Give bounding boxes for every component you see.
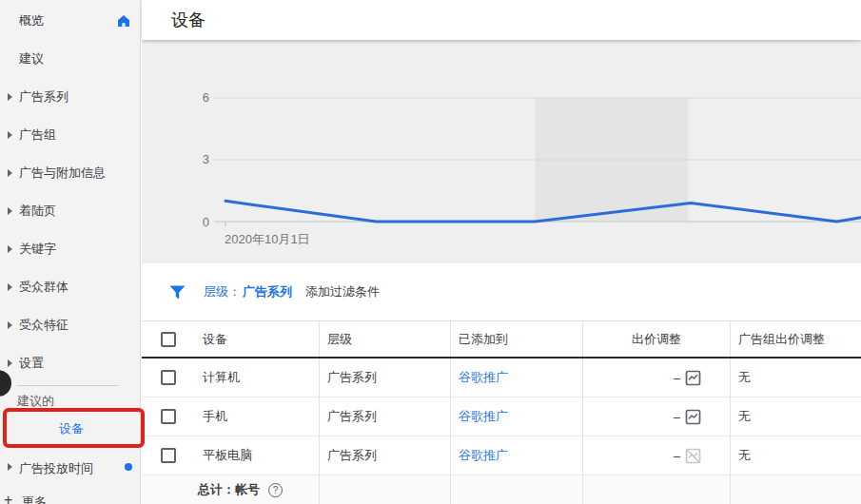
svg-text:6: 6: [203, 90, 209, 105]
sidebar-item-label: 广告投放时间: [19, 460, 93, 477]
svg-text:0: 0: [203, 215, 209, 229]
sidebar-item-ad-schedule[interactable]: 广告投放时间: [0, 448, 141, 486]
device-name: 平板电脑: [203, 447, 252, 464]
adgroup-bid-adjustment-value: 无: [738, 369, 751, 386]
svg-text:2020年10月1日: 2020年10月1日: [225, 232, 310, 246]
page-header: 设备: [142, 0, 861, 40]
sidebar-item-overview[interactable]: 概览: [0, 2, 140, 40]
added-to-link[interactable]: 谷歌推广: [459, 408, 508, 425]
filter-bar: 层级： 广告系列 添加过滤条件: [142, 263, 861, 320]
column-header-device[interactable]: 设备: [203, 331, 227, 348]
sidebar-item-settings[interactable]: 设置: [0, 344, 140, 382]
home-icon[interactable]: [117, 14, 130, 28]
table-row-tablet[interactable]: 平板电脑 广告系列 谷歌推广 – 无: [142, 436, 861, 475]
filter-level-label[interactable]: 层级：: [204, 283, 241, 300]
help-icon[interactable]: ?: [268, 483, 283, 497]
expand-arrow-icon[interactable]: [8, 321, 12, 329]
sidebar-item-label: 广告与附加信息: [19, 165, 106, 182]
adgroup-bid-adjustment-value: 无: [738, 408, 751, 425]
sidebar-item-audiences[interactable]: 受众群体: [0, 268, 140, 306]
expand-arrow-icon[interactable]: [8, 245, 12, 253]
sidebar-item-label: 着陆页: [19, 203, 56, 220]
added-to-link[interactable]: 谷歌推广: [459, 369, 508, 386]
sidebar-item-devices-selected[interactable]: 设备: [59, 420, 84, 437]
sidebar-item-more[interactable]: + 更多: [0, 489, 141, 504]
chart-toggle-icon[interactable]: [685, 370, 701, 386]
chart-toggle-disabled-icon[interactable]: [685, 448, 701, 464]
expand-arrow-icon[interactable]: [8, 463, 12, 471]
sidebar-item-campaigns[interactable]: 广告系列: [0, 78, 140, 116]
performance-chart: 0362020年10月1日: [142, 40, 861, 263]
add-filter-button[interactable]: 添加过滤条件: [305, 283, 380, 300]
sidebar-item-label: 受众群体: [19, 279, 68, 296]
bid-adjustment-value: –: [674, 449, 680, 463]
level-value: 广告系列: [327, 369, 377, 386]
sidebar-item-label: 更多: [22, 494, 47, 504]
sidebar-item-recommendations[interactable]: 建议: [0, 40, 140, 78]
column-header-level[interactable]: 层级: [327, 331, 352, 348]
table-row-computers[interactable]: 计算机 广告系列 谷歌推广 – 无: [142, 359, 861, 397]
device-name: 手机: [203, 408, 227, 425]
bid-adjustment-value: –: [674, 410, 680, 424]
svg-text:3: 3: [203, 152, 209, 166]
added-to-link[interactable]: 谷歌推广: [459, 447, 508, 464]
line-chart: 0362020年10月1日: [142, 40, 861, 263]
chart-toggle-icon[interactable]: [685, 409, 701, 425]
table-row-mobile[interactable]: 手机 广告系列 谷歌推广 – 无: [142, 397, 861, 436]
table-header-row: 设备 层级 已添加到 出价调整 广告组出价调整: [142, 320, 861, 359]
bid-adjustment-value: –: [674, 371, 680, 385]
sidebar-item-ad-groups[interactable]: 广告组: [0, 116, 140, 154]
expand-arrow-icon[interactable]: [8, 207, 12, 215]
sidebar-item-keywords[interactable]: 关键字: [0, 230, 140, 268]
sidebar-divider: [17, 385, 119, 386]
expand-arrow-icon[interactable]: [8, 283, 12, 291]
level-value: 广告系列: [327, 408, 377, 425]
filter-level-value[interactable]: 广告系列: [243, 283, 292, 300]
main-content: 设备 0362020年10月1日 层级： 广告系列 添加过滤条件 设备 层级 已…: [142, 0, 861, 504]
total-label: 总计：帐号: [198, 481, 260, 498]
devices-table: 设备 层级 已添加到 出价调整 广告组出价调整 计算机 广告系列 谷歌推广 – …: [142, 320, 861, 504]
adgroup-bid-adjustment-value: 无: [738, 447, 751, 464]
sidebar-item-label: 关键字: [19, 241, 56, 258]
select-all-checkbox[interactable]: [161, 332, 176, 347]
sidebar-item-label: 概览: [19, 12, 44, 29]
sidebar-item-landing-pages[interactable]: 着陆页: [0, 192, 140, 230]
table-total-row: 总计：帐号 ?: [142, 475, 861, 504]
sidebar: 概览 建议 广告系列 广告组 广告与附加信息 着陆页 关键字: [0, 0, 141, 504]
column-header-bid-adj[interactable]: 出价调整: [632, 331, 681, 348]
device-name: 计算机: [203, 369, 240, 386]
expand-arrow-icon[interactable]: [8, 131, 12, 139]
expand-arrow-icon[interactable]: [8, 93, 12, 101]
column-header-added-to[interactable]: 已添加到: [459, 331, 508, 348]
page-title: 设备: [171, 9, 205, 31]
sidebar-item-label: 广告组: [19, 126, 56, 144]
sidebar-section-suggested: 建议的: [17, 393, 54, 410]
level-value: 广告系列: [327, 447, 377, 464]
notification-dot: [125, 463, 132, 471]
filter-icon[interactable]: [169, 285, 186, 300]
row-checkbox[interactable]: [161, 409, 176, 424]
row-checkbox[interactable]: [161, 370, 176, 385]
sidebar-item-demographics[interactable]: 受众特征: [0, 306, 140, 344]
sidebar-item-label: 设置: [19, 355, 44, 372]
sidebar-item-ads-extensions[interactable]: 广告与附加信息: [0, 154, 140, 192]
row-checkbox[interactable]: [161, 448, 176, 463]
sidebar-item-label: 受众特征: [19, 317, 68, 334]
sidebar-item-label: 建议: [19, 50, 44, 68]
plus-icon: +: [4, 492, 12, 504]
column-header-adgroup-bid-adj[interactable]: 广告组出价调整: [738, 331, 825, 348]
expand-arrow-icon[interactable]: [8, 359, 12, 367]
sidebar-item-label: 广告系列: [19, 88, 68, 106]
expand-arrow-icon[interactable]: [8, 169, 12, 177]
